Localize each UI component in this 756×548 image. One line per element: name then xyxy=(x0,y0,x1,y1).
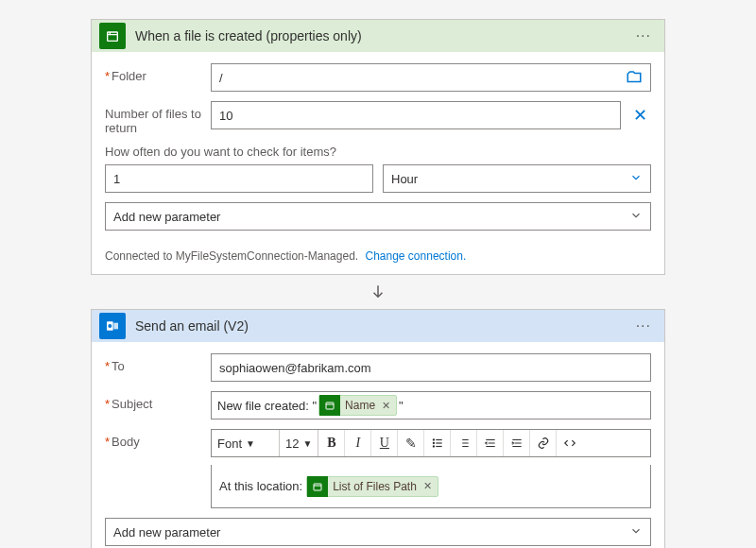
numfiles-value: 10 xyxy=(219,109,232,123)
trigger-footer: Connected to MyFileSystemConnection-Mana… xyxy=(92,242,664,274)
frequency-value: Hour xyxy=(391,172,418,186)
numfiles-input[interactable]: 10 xyxy=(211,101,621,129)
svg-rect-4 xyxy=(326,402,334,409)
flow-arrow-icon xyxy=(369,281,387,303)
to-value: sophiaowen@fabrikam.com xyxy=(219,361,371,375)
action-card: Send an email (V2) ··· To sophiaowen@fab… xyxy=(91,309,665,548)
to-input[interactable]: sophiaowen@fabrikam.com xyxy=(211,353,651,382)
filesystem-icon xyxy=(99,23,126,49)
folder-picker-icon[interactable] xyxy=(626,69,643,86)
action-title: Send an email (V2) xyxy=(135,318,632,334)
numfiles-label: Number of files to return xyxy=(105,101,211,135)
svg-rect-8 xyxy=(314,484,321,490)
interval-input[interactable]: 1 xyxy=(105,164,373,193)
folder-label: Folder xyxy=(105,63,211,83)
subject-token-label: Name xyxy=(345,399,375,412)
outlook-icon xyxy=(99,313,126,339)
outdent-button[interactable] xyxy=(477,430,504,456)
svg-rect-0 xyxy=(108,32,118,41)
indent-button[interactable] xyxy=(504,430,530,456)
to-label: To xyxy=(105,353,211,373)
subject-suffix: " xyxy=(399,399,404,413)
subject-token-name[interactable]: Name ✕ xyxy=(318,395,397,416)
trigger-menu-button[interactable]: ··· xyxy=(632,27,655,44)
code-view-button[interactable] xyxy=(557,430,583,456)
filesystem-icon xyxy=(307,476,328,497)
link-button[interactable] xyxy=(530,430,557,456)
folder-input[interactable]: / xyxy=(211,63,651,92)
caret-down-icon: ▼ xyxy=(302,438,312,449)
filesystem-icon xyxy=(319,395,340,416)
fontsize-select[interactable]: 12▼ xyxy=(280,430,318,456)
bold-button[interactable]: B xyxy=(318,430,345,456)
token-remove-button[interactable]: ✕ xyxy=(423,480,432,492)
number-list-button[interactable] xyxy=(451,430,477,456)
folder-value: / xyxy=(219,71,223,85)
svg-rect-3 xyxy=(113,323,118,330)
subject-input[interactable]: New file created: " Name ✕ " xyxy=(211,391,651,420)
bullet-list-button[interactable] xyxy=(424,430,451,456)
subject-label: Subject xyxy=(105,391,211,411)
font-select[interactable]: Font▼ xyxy=(212,430,280,456)
body-token-filespath[interactable]: List of Files Path ✕ xyxy=(306,476,438,497)
body-label: Body xyxy=(105,429,211,449)
underline-button[interactable]: U xyxy=(371,430,398,456)
body-text-prefix: At this location: xyxy=(219,479,302,493)
token-remove-button[interactable]: ✕ xyxy=(382,400,390,412)
add-parameter-label: Add new parameter xyxy=(113,525,220,539)
frequency-select[interactable]: Hour xyxy=(383,164,651,193)
poll-label: How often do you want to check for items… xyxy=(105,145,651,159)
chevron-down-icon xyxy=(629,171,643,187)
font-label: Font xyxy=(217,437,242,451)
chevron-down-icon xyxy=(629,524,643,540)
trigger-change-connection-link[interactable]: Change connection. xyxy=(365,249,466,263)
action-menu-button[interactable]: ··· xyxy=(632,317,655,334)
svg-point-5 xyxy=(433,439,434,440)
caret-down-icon: ▼ xyxy=(246,438,255,449)
svg-rect-2 xyxy=(108,324,112,328)
chevron-down-icon xyxy=(629,209,643,225)
interval-value: 1 xyxy=(113,172,120,186)
italic-button[interactable]: I xyxy=(345,430,371,456)
body-input[interactable]: At this location: List of Files Path ✕ xyxy=(211,465,651,508)
svg-point-7 xyxy=(433,446,434,447)
subject-prefix: New file created: " xyxy=(217,399,317,413)
numfiles-clear-button[interactable]: ✕ xyxy=(628,105,651,126)
svg-point-6 xyxy=(433,442,434,443)
clear-format-button[interactable]: ✎ xyxy=(398,430,424,456)
trigger-card: When a file is created (properties only)… xyxy=(91,19,665,275)
action-add-parameter[interactable]: Add new parameter xyxy=(105,518,651,546)
trigger-header[interactable]: When a file is created (properties only)… xyxy=(92,20,664,52)
trigger-add-parameter[interactable]: Add new parameter xyxy=(105,202,651,231)
trigger-title: When a file is created (properties only) xyxy=(135,28,632,43)
fontsize-label: 12 xyxy=(285,437,299,451)
action-header[interactable]: Send an email (V2) ··· xyxy=(92,310,664,342)
add-parameter-label: Add new parameter xyxy=(113,210,220,224)
body-toolbar: Font▼ 12▼ B I U ✎ xyxy=(211,429,651,457)
body-token-label: List of Files Path xyxy=(333,480,417,493)
trigger-connection-text: Connected to MyFileSystemConnection-Mana… xyxy=(105,249,358,263)
